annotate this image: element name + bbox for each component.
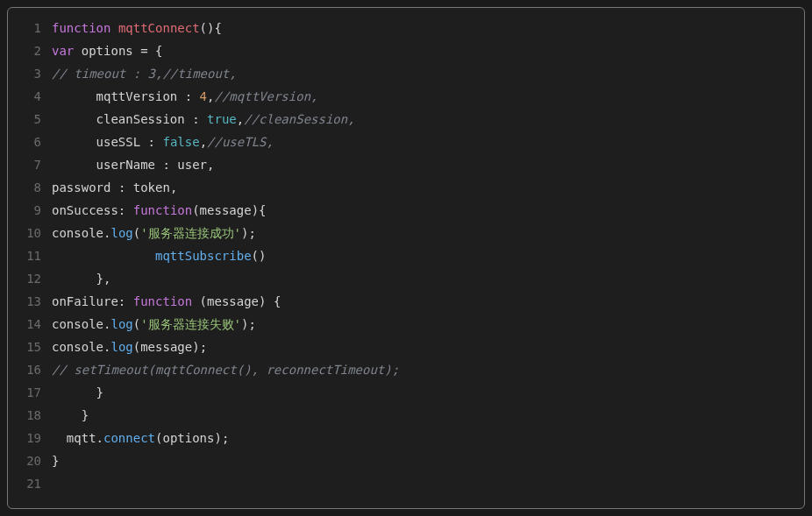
code-editor[interactable]: 1function mqttConnect(){2var options = {… bbox=[7, 7, 805, 509]
line-number: 5 bbox=[8, 108, 52, 131]
line-number: 1 bbox=[8, 17, 52, 39]
code-content[interactable]: // timeout : 3,//timeout, bbox=[52, 62, 804, 85]
code-content[interactable]: useSSL : false,//useTLS, bbox=[52, 131, 804, 153]
line-number: 10 bbox=[8, 222, 52, 244]
line-number: 20 bbox=[8, 449, 52, 472]
line-number: 17 bbox=[8, 381, 52, 404]
code-line[interactable]: 20} bbox=[8, 449, 804, 472]
code-content[interactable]: mqtt.connect(options); bbox=[52, 427, 804, 449]
code-line[interactable]: 3// timeout : 3,//timeout, bbox=[8, 62, 804, 85]
code-content[interactable]: console.log('服务器连接成功'); bbox=[52, 222, 804, 244]
code-line[interactable]: 1function mqttConnect(){ bbox=[8, 17, 804, 39]
code-line[interactable]: 6 useSSL : false,//useTLS, bbox=[8, 131, 804, 153]
code-line[interactable]: 16// setTimeout(mqttConnect(), reconnect… bbox=[8, 358, 804, 381]
code-content[interactable]: var options = { bbox=[52, 39, 804, 62]
code-content[interactable]: }, bbox=[52, 267, 804, 290]
code-line[interactable]: 2var options = { bbox=[8, 39, 804, 62]
code-line[interactable]: 18 } bbox=[8, 404, 804, 427]
code-line[interactable]: 13onFailure: function (message) { bbox=[8, 290, 804, 313]
line-number: 16 bbox=[8, 358, 52, 381]
code-content[interactable]: } bbox=[52, 381, 804, 404]
code-line[interactable]: 10console.log('服务器连接成功'); bbox=[8, 222, 804, 244]
code-line[interactable]: 5 cleanSession : true,//cleanSession, bbox=[8, 108, 804, 131]
code-content[interactable]: console.log('服务器连接失败'); bbox=[52, 313, 804, 336]
line-number: 13 bbox=[8, 290, 52, 313]
code-content[interactable]: console.log(message); bbox=[52, 336, 804, 358]
code-line[interactable]: 11 mqttSubscribe() bbox=[8, 244, 804, 267]
code-content[interactable]: userName : user, bbox=[52, 153, 804, 176]
code-content[interactable]: } bbox=[52, 449, 804, 472]
code-content[interactable]: password : token, bbox=[52, 176, 804, 199]
line-number: 3 bbox=[8, 62, 52, 85]
code-content[interactable]: mqttVersion : 4,//mqttVersion, bbox=[52, 85, 804, 108]
line-number: 11 bbox=[8, 244, 52, 267]
code-line[interactable]: 4 mqttVersion : 4,//mqttVersion, bbox=[8, 85, 804, 108]
code-content[interactable]: mqttSubscribe() bbox=[52, 244, 804, 267]
line-number: 7 bbox=[8, 153, 52, 176]
line-number: 12 bbox=[8, 267, 52, 290]
line-number: 9 bbox=[8, 199, 52, 222]
code-content[interactable] bbox=[52, 472, 804, 495]
code-line[interactable]: 8password : token, bbox=[8, 176, 804, 199]
code-line[interactable]: 12 }, bbox=[8, 267, 804, 290]
code-line[interactable]: 19 mqtt.connect(options); bbox=[8, 427, 804, 449]
code-line[interactable]: 9onSuccess: function(message){ bbox=[8, 199, 804, 222]
code-content[interactable]: onSuccess: function(message){ bbox=[52, 199, 804, 222]
code-line[interactable]: 21 bbox=[8, 472, 804, 495]
line-number: 4 bbox=[8, 85, 52, 108]
line-number: 19 bbox=[8, 427, 52, 449]
code-content[interactable]: cleanSession : true,//cleanSession, bbox=[52, 108, 804, 131]
code-content[interactable]: onFailure: function (message) { bbox=[52, 290, 804, 313]
line-number: 14 bbox=[8, 313, 52, 336]
line-number: 6 bbox=[8, 131, 52, 153]
code-line[interactable]: 7 userName : user, bbox=[8, 153, 804, 176]
code-line[interactable]: 14console.log('服务器连接失败'); bbox=[8, 313, 804, 336]
line-number: 8 bbox=[8, 176, 52, 199]
code-content[interactable]: // setTimeout(mqttConnect(), reconnectTi… bbox=[52, 358, 804, 381]
code-line[interactable]: 15console.log(message); bbox=[8, 336, 804, 358]
code-content[interactable]: } bbox=[52, 404, 804, 427]
code-line[interactable]: 17 } bbox=[8, 381, 804, 404]
line-number: 21 bbox=[8, 472, 52, 495]
line-number: 15 bbox=[8, 336, 52, 358]
code-content[interactable]: function mqttConnect(){ bbox=[52, 17, 804, 39]
line-number: 2 bbox=[8, 39, 52, 62]
line-number: 18 bbox=[8, 404, 52, 427]
